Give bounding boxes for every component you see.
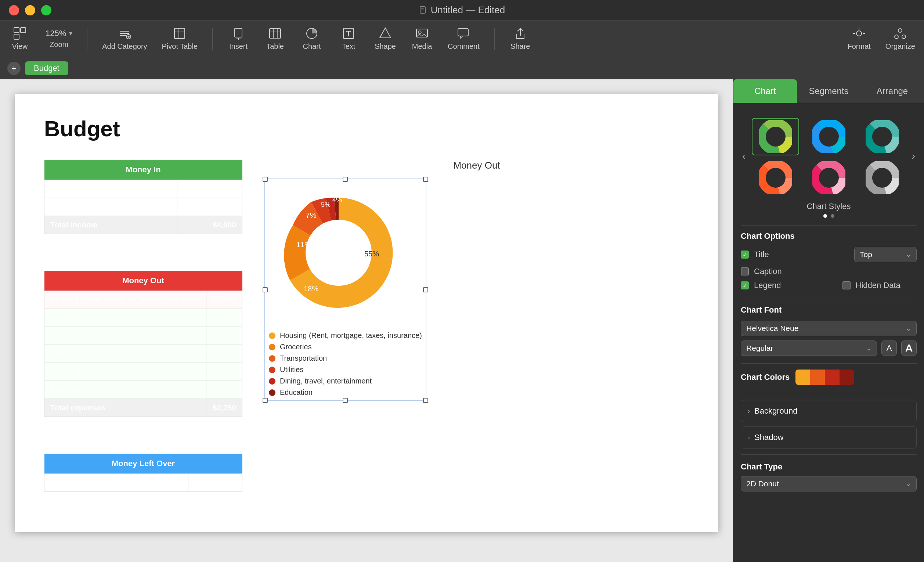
svg-point-30	[856, 31, 862, 36]
media-icon	[416, 27, 429, 40]
organize-icon	[894, 27, 907, 40]
svg-rect-5	[21, 27, 26, 33]
segments-tab[interactable]: Segments	[797, 79, 861, 103]
add-sheet-button[interactable]: +	[8, 62, 21, 75]
chart-legend: Housing (Rent, mortgage, taxes, insuranc…	[269, 331, 422, 397]
color-swatch-1[interactable]	[795, 370, 810, 385]
style-donut-1	[759, 120, 792, 153]
add-category-button[interactable]: Add Category	[102, 27, 147, 51]
divider-5	[741, 454, 916, 455]
shadow-header[interactable]: › Shadow	[741, 427, 916, 448]
hidden-data-checkbox[interactable]	[843, 281, 850, 290]
table-row: Groceries $500	[44, 309, 242, 327]
title-position-dropdown[interactable]: Top ⌄	[854, 247, 916, 262]
chevron-down-icon: ⌄	[906, 480, 911, 488]
organize-button[interactable]: Organize	[885, 27, 915, 51]
color-swatch-2[interactable]	[810, 370, 825, 385]
minimize-button[interactable]	[25, 5, 35, 15]
svg-point-53	[768, 170, 784, 186]
legend-dot-dining	[269, 378, 275, 385]
chart-column: Money Out	[264, 160, 689, 510]
caption-checkbox[interactable]	[741, 267, 749, 275]
chart-tab[interactable]: Chart	[734, 79, 797, 103]
svg-rect-4	[14, 27, 19, 33]
insert-button[interactable]: Insert	[227, 27, 249, 51]
label-transportation: 11%	[296, 240, 311, 249]
donut-chart[interactable]: 55% 18% 11% 7% 5% 4%	[269, 183, 408, 323]
text-button[interactable]: T Text	[338, 27, 360, 51]
chart-title: Money Out	[264, 160, 689, 171]
font-name-dropdown[interactable]: Helvetica Neue ⌄	[741, 321, 916, 336]
legend-item-transportation: Transportation	[269, 354, 422, 362]
canvas: Budget Money In Paycheck $4,000	[0, 79, 733, 562]
chart-toolbar-button[interactable]: Chart	[301, 27, 323, 51]
title-checkbox[interactable]	[741, 251, 749, 258]
view-button[interactable]: View	[9, 27, 31, 51]
budget-tab[interactable]: Budget	[25, 62, 68, 75]
chevron-down-icon: ⌄	[906, 325, 911, 332]
chevron-right-icon: ›	[748, 434, 750, 442]
money-left-table: Money Left Over Income minus expenses $1…	[44, 454, 242, 492]
close-button[interactable]	[9, 5, 19, 15]
chart-type-dropdown[interactable]: 2D Donut ⌄	[741, 476, 916, 491]
background-header[interactable]: › Background	[741, 400, 916, 422]
tables-column: Money In Paycheck $4,000 Additional inco…	[44, 160, 242, 510]
chart-style-1[interactable]	[752, 118, 799, 155]
color-swatch-3[interactable]	[825, 370, 840, 385]
maximize-button[interactable]	[41, 5, 51, 15]
svg-point-35	[898, 29, 902, 32]
font-name-row: Helvetica Neue ⌄	[741, 321, 916, 336]
background-section: › Background	[741, 400, 916, 422]
sheet-tabs: + Budget	[0, 57, 924, 79]
window-controls[interactable]	[9, 5, 51, 15]
chart-wrapper[interactable]: 55% 18% 11% 7% 5% 4% Housing (Rent, mort…	[264, 179, 426, 401]
hidden-data-label: Hidden Data	[856, 281, 917, 290]
money-in-table: Money In Paycheck $4,000 Additional inco…	[44, 160, 242, 234]
chart-style-4[interactable]	[752, 161, 799, 194]
legend-item-education: Education	[269, 388, 422, 397]
chart-style-2[interactable]	[805, 118, 852, 155]
svg-rect-16	[235, 28, 242, 37]
view-icon	[13, 27, 27, 40]
format-icon	[852, 27, 866, 40]
chart-style-6[interactable]	[858, 161, 906, 194]
color-swatch-4[interactable]	[840, 370, 854, 385]
pivot-table-button[interactable]: Pivot Table	[162, 27, 198, 51]
svg-point-28	[418, 31, 421, 34]
share-button[interactable]: Share	[509, 27, 531, 51]
arrange-tab[interactable]: Arrange	[861, 79, 924, 103]
chart-style-3[interactable]	[858, 118, 906, 155]
legend-item-groceries: Groceries	[269, 343, 422, 351]
document: Budget Money In Paycheck $4,000	[15, 94, 718, 532]
divider-4	[741, 394, 916, 394]
svg-marker-26	[380, 28, 391, 38]
media-button[interactable]: Media	[411, 27, 433, 51]
money-out-table: Money Out Housing (Rent, mortgage, taxes…	[44, 271, 242, 417]
toolbar: View 125% ▾ Zoom Add Category Pivot Tabl…	[0, 21, 924, 57]
chart-style-5[interactable]	[805, 161, 852, 194]
legend-dot-groceries	[269, 344, 275, 350]
format-button[interactable]: Format	[848, 27, 871, 51]
legend-checkbox[interactable]	[741, 281, 749, 290]
styles-next-button[interactable]: ›	[912, 150, 915, 162]
font-decrease-button[interactable]: A	[881, 341, 897, 356]
comment-button[interactable]: Comment	[448, 27, 480, 51]
chart-styles-grid	[752, 118, 906, 194]
chart-icon	[305, 27, 318, 40]
shape-button[interactable]: Shape	[374, 27, 396, 51]
legend-dot-utilities	[269, 367, 275, 373]
table-button[interactable]: Table	[264, 27, 286, 51]
font-increase-button[interactable]: A	[901, 341, 916, 356]
color-palette[interactable]	[795, 370, 854, 385]
caption-option-row: Caption	[741, 267, 916, 276]
table-icon	[268, 27, 282, 40]
titlebar: Untitled — Edited	[0, 0, 924, 21]
styles-prev-button[interactable]: ‹	[742, 150, 746, 162]
table-row: Additional income $0	[44, 198, 242, 216]
page-dot-1[interactable]	[824, 214, 827, 218]
zoom-control[interactable]: 125% ▾ Zoom	[45, 29, 72, 49]
page-dot-2[interactable]	[831, 214, 834, 218]
money-in-header: Money In	[44, 160, 242, 180]
selection-handle-bl	[262, 398, 268, 403]
font-style-dropdown[interactable]: Regular ⌄	[741, 341, 877, 356]
